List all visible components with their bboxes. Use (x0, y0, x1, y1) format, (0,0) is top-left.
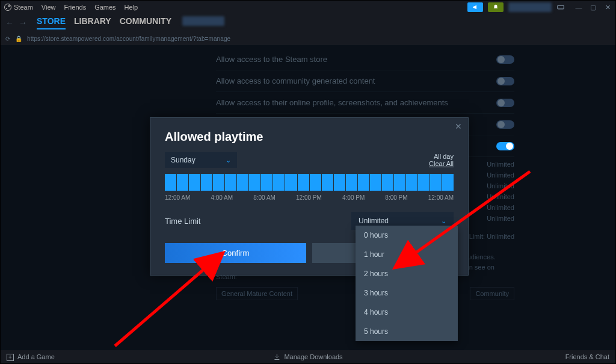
minimize-icon[interactable]: — (574, 4, 583, 11)
toggle-profile[interactable] (496, 99, 514, 107)
svg-point-0 (5, 4, 11, 11)
sched-r1: Unlimited (487, 161, 514, 168)
tab-user[interactable] (182, 16, 224, 26)
toggle-store[interactable] (496, 55, 514, 64)
setting-store-access: Allow access to the Steam store (216, 55, 327, 64)
bell-icon[interactable] (488, 2, 504, 12)
navbar: ← → STORE LIBRARY COMMUNITY (1, 14, 615, 32)
tab-community[interactable]: COMMUNITY (120, 16, 171, 29)
add-game-button[interactable]: +Add a Game (7, 353, 55, 361)
chevron-down-icon: ⌄ (226, 156, 231, 164)
content-area: Allow access to the Steam store Allow ac… (1, 45, 615, 350)
footer: +Add a Game Manage Downloads Friends & C… (1, 350, 615, 363)
tab-store[interactable]: STORE (37, 16, 66, 29)
lock-icon: 🔒 (15, 35, 22, 42)
option-4-hours[interactable]: 4 hours (356, 303, 458, 322)
svg-rect-3 (558, 5, 564, 9)
option-1-hour[interactable]: 1 hour (356, 245, 458, 264)
time-limit-value: Unlimited (359, 217, 389, 225)
time-limit-label: Time Limit (165, 217, 200, 226)
sched-r2: Unlimited (487, 171, 514, 179)
chevron-down-icon: ⌄ (441, 217, 446, 225)
sched-r6: Unlimited (487, 215, 514, 222)
sched-r3: Unlimited (487, 182, 514, 190)
menu-friends[interactable]: Friends (64, 4, 86, 11)
download-icon (273, 353, 280, 360)
menu-view[interactable]: View (42, 4, 56, 11)
option-3-hours[interactable]: 3 hours (356, 283, 458, 303)
sched-r4: Unlimited (487, 193, 514, 200)
time-bar[interactable] (165, 174, 454, 191)
menu-games[interactable]: Games (94, 4, 116, 11)
day-select[interactable]: Sunday ⌄ (165, 152, 237, 168)
maximize-icon[interactable]: ▢ (589, 4, 597, 11)
setting-profile-access: Allow access to their online profile, sc… (216, 98, 448, 107)
address-bar: ⟳ 🔒 https://store.steampowered.com/accou… (1, 32, 615, 45)
time-labels: 12:00 AM 4:00 AM 8:00 AM 12:00 PM 4:00 P… (165, 194, 454, 201)
manage-downloads-button[interactable]: Manage Downloads (273, 353, 342, 360)
friends-chat-button[interactable]: Friends & Chat (565, 353, 609, 360)
vr-icon[interactable] (556, 3, 565, 11)
menu-steam[interactable]: Steam (14, 4, 33, 11)
option-5-hours[interactable]: 5 hours (356, 322, 458, 341)
toggle-on[interactable] (496, 142, 514, 150)
refresh-icon[interactable]: ⟳ (5, 35, 10, 42)
announce-icon[interactable] (467, 2, 483, 12)
community-box[interactable]: Community (470, 287, 514, 300)
sched-r5: Unlimited (487, 204, 514, 211)
toggle-hidden[interactable] (496, 120, 514, 129)
setting-community-content: Allow access to community generated cont… (216, 76, 375, 85)
option-2-hours[interactable]: 2 hours (356, 264, 458, 283)
modal-title: Allowed playtime (165, 130, 454, 144)
back-icon[interactable]: ← (5, 18, 14, 28)
forward-icon[interactable]: → (19, 18, 27, 28)
confirm-button[interactable]: Confirm (165, 243, 306, 263)
titlebar: Steam View Friends Games Help — ▢ ✕ (1, 1, 615, 14)
steam-logo[interactable]: Steam (4, 4, 33, 11)
svg-point-2 (6, 8, 7, 9)
modal-close-icon[interactable]: ✕ (455, 122, 462, 131)
user-menu[interactable] (508, 2, 552, 12)
time-limit-dropdown[interactable]: 0 hours 1 hour 2 hours 3 hours 4 hours 5… (356, 226, 458, 341)
sat-limit: Limit: Unlimited (469, 233, 514, 240)
tab-library[interactable]: LIBRARY (74, 16, 111, 29)
menu-help[interactable]: Help (125, 4, 138, 11)
clear-all-link[interactable]: Clear All (429, 160, 454, 167)
url-text[interactable]: https://store.steampowered.com/account/f… (27, 35, 230, 42)
svg-point-1 (8, 5, 10, 7)
option-0-hours[interactable]: 0 hours (356, 226, 458, 245)
toggle-community[interactable] (496, 77, 514, 85)
day-select-label: Sunday (171, 156, 196, 164)
close-icon[interactable]: ✕ (603, 4, 612, 11)
mature-box[interactable]: General Mature Content (216, 287, 298, 300)
allday-label: All day (429, 153, 454, 160)
